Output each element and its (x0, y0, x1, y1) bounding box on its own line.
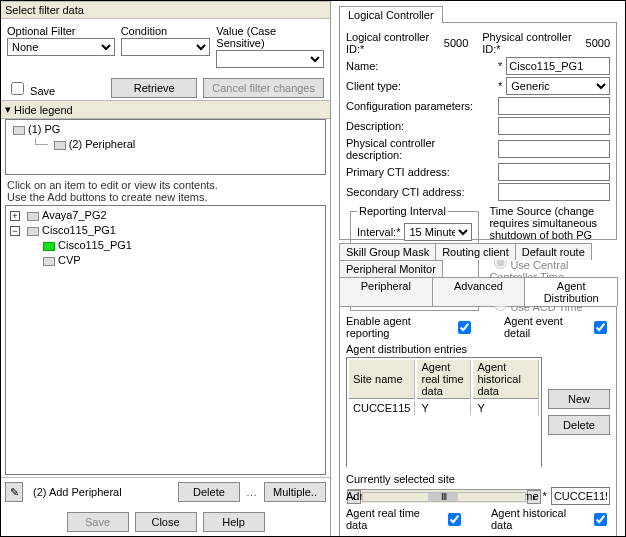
cell-hist: Y (473, 401, 539, 415)
interval-select[interactable]: 15 Minute (404, 223, 472, 241)
agent-distribution-panel: Enable agent reporting Agent event detai… (339, 306, 617, 536)
close-button[interactable]: Close (135, 512, 197, 532)
pg-icon (13, 126, 25, 135)
logical-id-label: Logical controller ID:* (346, 31, 440, 55)
add-peripheral-label: (2) Add Peripheral (29, 486, 172, 498)
peripheral-node-icon (43, 242, 55, 251)
secondary-cti-input[interactable] (498, 183, 610, 201)
client-type-label: Client type: (346, 80, 494, 92)
pg-node-icon (27, 227, 39, 236)
tab-skill-group-mask[interactable]: Skill Group Mask (339, 243, 436, 260)
agent-hist-checkbox[interactable] (594, 513, 607, 526)
agent-event-detail-label: Agent event detail (504, 315, 586, 339)
secondary-cti-label: Secondary CTI address: (346, 186, 494, 198)
table-row[interactable]: CUCCE115 Y Y (349, 401, 539, 415)
collapse-icon[interactable]: ▾ (5, 103, 11, 116)
dots-separator: … (246, 486, 258, 498)
tab-advanced[interactable]: Advanced (432, 277, 526, 306)
delete-button[interactable]: Delete (178, 482, 240, 502)
multiple-button[interactable]: Multiple.. (264, 482, 326, 502)
primary-cti-input[interactable] (498, 163, 610, 181)
hide-legend-label: Hide legend (14, 104, 73, 116)
tab-default-route[interactable]: Default route (515, 243, 592, 260)
condition-select[interactable] (121, 38, 211, 56)
reporting-interval-legend: Reporting Interval (357, 205, 448, 217)
expand-icon[interactable]: + (10, 211, 20, 221)
agent-dist-entries-label: Agent distribution entries (346, 343, 610, 355)
save-checkbox[interactable] (11, 82, 24, 95)
physical-id-value: 5000 (586, 37, 610, 49)
config-params-input[interactable] (498, 97, 610, 115)
peripheral-icon (54, 141, 66, 150)
save-checkbox-label: Save (30, 85, 55, 97)
instruction-2: Use the Add buttons to create new items. (7, 191, 324, 203)
col-site-name[interactable]: Site name (349, 360, 415, 399)
physical-id-label: Physical controller ID:* (482, 31, 581, 55)
tree-node-cvp[interactable]: CVP (58, 254, 81, 266)
tree-node-cisco-pg[interactable]: Cisco115_PG1 (42, 224, 116, 236)
logical-id-value: 5000 (444, 37, 475, 49)
value-select[interactable] (216, 50, 324, 68)
delete-entry-button[interactable]: Delete (548, 415, 610, 435)
select-filter-title: Select filter data (1, 1, 330, 19)
enable-agent-reporting-checkbox[interactable] (458, 321, 471, 334)
col-agent-rt[interactable]: Agent real time data (417, 360, 471, 399)
tab-agent-distribution[interactable]: Agent Distribution (524, 277, 618, 306)
cancel-filter-button[interactable]: Cancel filter changes (203, 78, 324, 98)
config-params-label: Configuration parameters: (346, 100, 494, 112)
client-type-select[interactable]: Generic (506, 77, 610, 95)
name-input[interactable] (506, 57, 610, 75)
peripheral-node-icon (43, 257, 55, 266)
interval-label: Interval:* (357, 226, 400, 238)
legend-item-2: (2) Peripheral (69, 138, 136, 150)
cell-rt: Y (417, 401, 471, 415)
optional-filter-label: Optional Filter (7, 25, 115, 37)
tab-logical-controller[interactable]: Logical Controller (339, 6, 443, 23)
cell-site: CUCCE115 (349, 401, 415, 415)
value-label: Value (Case Sensitive) (216, 25, 324, 49)
description-input[interactable] (498, 117, 610, 135)
help-button[interactable]: Help (203, 512, 265, 532)
name-label: Name: (346, 60, 494, 72)
save-button[interactable]: Save (67, 512, 129, 532)
agent-dist-table[interactable]: Site name Agent real time data Agent his… (346, 357, 542, 467)
new-button[interactable]: New (548, 389, 610, 409)
admin-site-input[interactable] (551, 487, 610, 505)
phys-desc-label: Physical controller description: (346, 137, 494, 161)
optional-filter-select[interactable]: None (7, 38, 115, 56)
phys-desc-input[interactable] (498, 140, 610, 158)
legend-item-1: (1) PG (28, 123, 60, 135)
instruction-1: Click on an item to edit or view its con… (7, 179, 324, 191)
agent-event-detail-checkbox[interactable] (594, 321, 607, 334)
primary-cti-label: Primary CTI address: (346, 166, 494, 178)
retrieve-button[interactable]: Retrieve (111, 78, 197, 98)
tree-node-avaya[interactable]: Avaya7_PG2 (42, 209, 107, 221)
logical-controller-panel: Logical controller ID:* 5000 Physical co… (339, 22, 617, 240)
add-peripheral-button[interactable]: ✎ (5, 482, 23, 502)
enable-agent-reporting-label: Enable agent reporting (346, 315, 450, 339)
condition-label: Condition (121, 25, 211, 37)
tab-peripheral-monitor[interactable]: Peripheral Monitor (339, 260, 443, 277)
agent-rt-label: Agent real time data (346, 507, 440, 531)
description-label: Description: (346, 120, 494, 132)
tree-node-cisco-periph[interactable]: Cisco115_PG1 (58, 239, 132, 251)
main-tree[interactable]: +Avaya7_PG2 −Cisco115_PG1 Cisco115_PG1 C… (5, 205, 326, 475)
col-agent-hist[interactable]: Agent historical data (473, 360, 539, 399)
collapse-node-icon[interactable]: − (10, 226, 20, 236)
tab-peripheral[interactable]: Peripheral (339, 277, 433, 306)
pg-node-icon (27, 212, 39, 221)
tab-routing-client[interactable]: Routing client (435, 243, 516, 260)
legend-tree: (1) PG └─ (2) Peripheral (5, 119, 326, 175)
agent-rt-checkbox[interactable] (448, 513, 461, 526)
horizontal-scrollbar[interactable]: ‹ Ⅲ › (347, 489, 541, 503)
agent-hist-label: Agent historical data (491, 507, 586, 531)
